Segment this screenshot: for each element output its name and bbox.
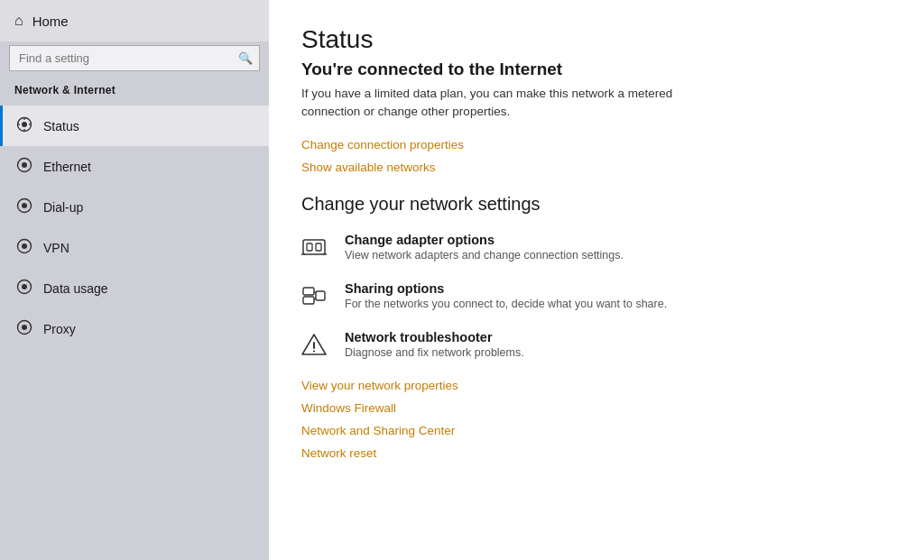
sharing-icon	[301, 283, 332, 312]
sidebar-item-vpn[interactable]: VPN	[0, 227, 269, 268]
svg-rect-23	[303, 297, 314, 304]
change-connection-properties-link[interactable]: Change connection properties	[301, 138, 892, 151]
sidebar-item-dialup[interactable]: Dial-up	[0, 187, 269, 227]
status-icon	[14, 116, 34, 135]
adapter-icon	[301, 234, 332, 263]
view-network-properties-link[interactable]: View your network properties	[301, 379, 892, 392]
sidebar-item-dialup-label: Dial-up	[43, 200, 83, 215]
svg-point-9	[22, 203, 27, 208]
search-input[interactable]	[9, 45, 260, 71]
sharing-options-item: Sharing options For the networks you con…	[301, 281, 892, 312]
sidebar-home-label: Home	[32, 14, 69, 29]
status-connected-text: You're connected to the Internet	[301, 60, 892, 79]
main-content: Status You're connected to the Internet …	[269, 0, 924, 560]
page-title: Status	[301, 25, 892, 54]
sidebar-item-status-label: Status	[43, 119, 79, 133]
bottom-links: View your network properties Windows Fir…	[301, 379, 892, 460]
adapter-option-text: Change adapter options View network adap…	[345, 233, 624, 262]
troubleshooter-item: Network troubleshooter Diagnose and fix …	[301, 330, 892, 361]
sidebar-item-proxy-label: Proxy	[43, 322, 76, 336]
svg-rect-18	[307, 243, 312, 251]
network-settings-heading: Change your network settings	[301, 194, 892, 215]
troubleshooter-icon	[301, 332, 332, 361]
network-sharing-center-link[interactable]: Network and Sharing Center	[301, 424, 892, 437]
svg-point-15	[22, 325, 27, 330]
adapter-options-item: Change adapter options View network adap…	[301, 233, 892, 263]
svg-point-29	[313, 350, 315, 352]
show-networks-wrapper: Show available networks	[301, 161, 892, 174]
search-icon: 🔍	[238, 51, 253, 65]
sharing-option-desc: For the networks you connect to, decide …	[345, 298, 667, 310]
troubleshooter-option-desc: Diagnose and fix network problems.	[345, 346, 524, 359]
sidebar-nav: Status Ethernet Dial-up VPN Data usage	[0, 106, 269, 349]
sidebar-item-data-usage[interactable]: Data usage	[0, 268, 269, 308]
ethernet-icon	[14, 157, 34, 176]
svg-rect-24	[316, 291, 325, 300]
search-bar-container: 🔍	[9, 45, 260, 71]
sidebar-item-ethernet[interactable]: Ethernet	[0, 146, 269, 187]
adapter-option-desc: View network adapters and change connect…	[345, 249, 624, 262]
sidebar-item-ethernet-label: Ethernet	[43, 160, 91, 174]
adapter-option-title[interactable]: Change adapter options	[345, 233, 624, 247]
sidebar: ⌂ Home 🔍 Network & Internet Status Ether…	[0, 0, 269, 560]
status-description: If you have a limited data plan, you can…	[301, 85, 735, 122]
svg-point-7	[22, 162, 27, 168]
sidebar-section-title: Network & Internet	[0, 78, 269, 106]
sidebar-item-vpn-label: VPN	[43, 241, 69, 255]
sidebar-item-proxy[interactable]: Proxy	[0, 308, 269, 349]
svg-point-13	[22, 284, 27, 289]
svg-point-1	[22, 122, 27, 127]
vpn-icon	[14, 238, 34, 257]
show-available-networks-link[interactable]: Show available networks	[301, 161, 436, 174]
svg-rect-19	[316, 243, 321, 251]
sidebar-item-status[interactable]: Status	[0, 106, 269, 146]
svg-point-11	[22, 243, 27, 249]
sharing-option-text: Sharing options For the networks you con…	[345, 281, 667, 310]
troubleshooter-option-title[interactable]: Network troubleshooter	[345, 330, 524, 344]
home-icon: ⌂	[14, 13, 23, 29]
proxy-icon	[14, 319, 34, 338]
network-reset-link[interactable]: Network reset	[301, 446, 892, 460]
dialup-icon	[14, 197, 34, 216]
svg-rect-22	[303, 288, 314, 295]
sidebar-home-button[interactable]: ⌂ Home	[0, 0, 269, 41]
sidebar-item-data-usage-label: Data usage	[43, 281, 108, 296]
data-usage-icon	[14, 279, 34, 298]
troubleshooter-option-text: Network troubleshooter Diagnose and fix …	[345, 330, 524, 359]
sharing-option-title[interactable]: Sharing options	[345, 281, 667, 296]
windows-firewall-link[interactable]: Windows Firewall	[301, 401, 892, 415]
